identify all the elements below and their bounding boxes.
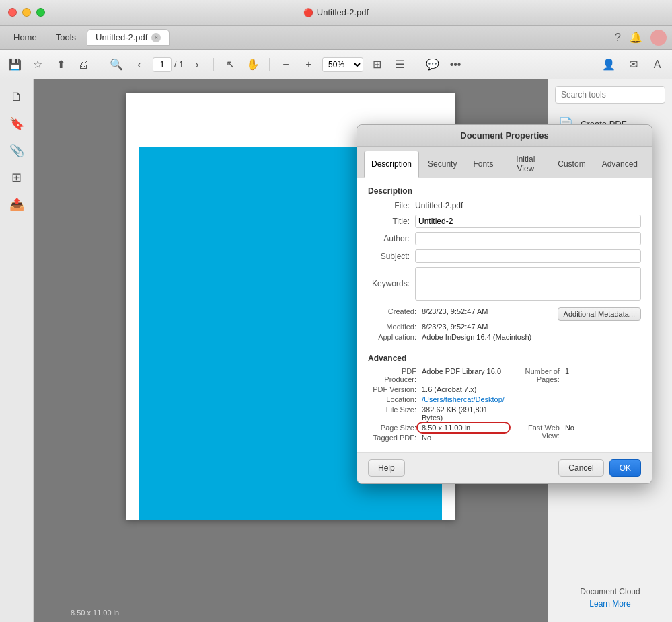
toolbar-separator-4	[416, 58, 416, 71]
metadata-info-section: Created: 8/23/23, 9:52:47 AM Additional …	[368, 307, 641, 341]
dialog-tab-custom[interactable]: Custom	[550, 151, 593, 178]
modified-label: Modified:	[368, 323, 422, 331]
fit-page-button[interactable]: ⊞	[367, 55, 386, 74]
dialog-tab-fonts[interactable]: Fonts	[465, 151, 500, 178]
page-number-input[interactable]	[153, 57, 172, 72]
title-field-label: Title:	[368, 217, 415, 226]
fast-web-view-label: Fast Web View:	[511, 424, 565, 440]
next-page-button[interactable]: ›	[188, 55, 207, 74]
prev-page-button[interactable]: ‹	[130, 55, 149, 74]
left-sidebar: 🗋 🔖 📎 ⊞ 📤	[0, 79, 34, 622]
notification-icon[interactable]: 🔔	[629, 31, 642, 44]
location-row: Location: /Users/fishercat/Desktop/	[368, 395, 505, 403]
tab-document-label: Untitled-2.pdf	[96, 32, 147, 42]
page-size-status: 8.50 x 11.00 in	[71, 609, 119, 617]
page-size-label: Page Size:	[368, 424, 422, 432]
upload-button[interactable]: ⬆	[51, 55, 70, 74]
zoom-in-plus-button[interactable]: +	[299, 55, 318, 74]
pdf-producer-row: PDF Producer: Adobe PDF Library 16.0	[368, 367, 505, 383]
sidebar-export-icon[interactable]: 📤	[6, 194, 28, 215]
keywords-input[interactable]	[415, 267, 641, 301]
hand-tool-button[interactable]: ✋	[244, 55, 262, 74]
zoom-out-minus-button[interactable]: −	[276, 55, 295, 74]
search-tools-input[interactable]	[555, 86, 665, 104]
bookmark-button[interactable]: ☆	[28, 55, 47, 74]
minimize-button[interactable]	[22, 8, 31, 17]
advanced-section-label: Advanced	[368, 354, 641, 363]
location-value: /Users/fishercat/Desktop/	[422, 395, 505, 403]
file-size-value: 382.62 KB (391,801 Bytes)	[422, 405, 505, 422]
tab-document[interactable]: Untitled-2.pdf ×	[87, 29, 170, 46]
pdf-version-label: PDF Version:	[368, 385, 422, 393]
tab-home[interactable]: Home	[5, 30, 45, 45]
created-label: Created:	[368, 307, 422, 315]
application-value: Adobe InDesign 16.4 (Macintosh)	[422, 333, 531, 341]
toolbar-separator-1	[100, 58, 100, 71]
cancel-button[interactable]: Cancel	[558, 459, 603, 477]
subject-input[interactable]	[415, 249, 641, 263]
ok-button[interactable]: OK	[609, 459, 641, 477]
toolbar-right: 👤 ✉ A	[599, 55, 667, 74]
print-button[interactable]: 🖨	[74, 55, 93, 74]
sidebar-attachments-icon[interactable]: 📎	[6, 140, 28, 161]
subject-field-label: Subject:	[368, 251, 415, 261]
help-button[interactable]: Help	[368, 459, 405, 477]
document-cloud-section: Document Cloud Learn More	[548, 580, 672, 615]
window-title: 🔴 Untitled-2.pdf	[303, 7, 369, 17]
dialog-title: Document Properties	[357, 125, 652, 147]
maximize-button[interactable]	[36, 8, 45, 17]
author-field-label: Author:	[368, 234, 415, 243]
sidebar-bookmarks-icon[interactable]: 🔖	[6, 113, 28, 134]
advanced-info: PDF Producer: Adobe PDF Library 16.0 PDF…	[368, 367, 641, 444]
sidebar-pages-icon[interactable]: 🗋	[6, 86, 28, 108]
tab-close-button[interactable]: ×	[151, 33, 161, 42]
toolbar-separator-2	[213, 58, 214, 71]
num-pages-label: Number of Pages:	[511, 367, 565, 383]
sidebar-layers-icon[interactable]: ⊞	[6, 167, 28, 188]
modified-value: 8/23/23, 9:52:47 AM	[422, 323, 488, 331]
mail-button[interactable]: ✉	[624, 55, 642, 74]
pdf-version-value: 1.6 (Acrobat 7.x)	[422, 385, 476, 393]
document-properties-dialog[interactable]: Document Properties Description Security…	[357, 124, 652, 484]
dialog-footer: Help Cancel OK	[357, 452, 652, 483]
select-cursor-button[interactable]: ↖	[221, 55, 239, 74]
location-label: Location:	[368, 395, 422, 403]
application-label: Application:	[368, 333, 422, 341]
dialog-tab-description[interactable]: Description	[364, 151, 419, 178]
author-input[interactable]	[415, 232, 641, 245]
avatar[interactable]	[650, 30, 667, 46]
dialog-tab-initial-view[interactable]: Initial View	[502, 151, 549, 178]
dialog-tabs: Description Security Fonts Initial View …	[357, 147, 652, 178]
pdf-producer-label: PDF Producer:	[368, 367, 422, 383]
help-icon[interactable]: ?	[615, 32, 621, 44]
learn-more-link[interactable]: Learn More	[558, 599, 663, 609]
page-size-value: 8.50 x 11.00 in	[422, 424, 470, 432]
advanced-section: Advanced PDF Producer: Adobe PDF Library…	[368, 348, 641, 444]
zoom-out-button[interactable]: 🔍	[107, 55, 126, 74]
tagged-pdf-row: Tagged PDF: No	[368, 434, 505, 442]
window-controls[interactable]	[8, 8, 45, 17]
file-field-row: File: Untitled-2.pdf	[368, 201, 641, 210]
tab-tools[interactable]: Tools	[48, 30, 84, 45]
page-total: 1	[179, 60, 184, 69]
share-button[interactable]: 👤	[599, 55, 618, 74]
acrobat-account-button[interactable]: A	[648, 55, 667, 74]
dialog-tab-security[interactable]: Security	[420, 151, 464, 178]
zoom-select[interactable]: 50% 75% 100% 125% 150%	[322, 57, 363, 72]
title-input[interactable]	[415, 215, 641, 228]
tagged-pdf-label: Tagged PDF:	[368, 434, 422, 442]
subject-field-row: Subject:	[368, 249, 641, 263]
keywords-field-label: Keywords:	[368, 279, 415, 288]
advanced-right-col: Number of Pages: 1 Fast Web View: No	[511, 367, 641, 444]
dialog-tab-advanced[interactable]: Advanced	[595, 151, 645, 178]
tab-bar: Home Tools Untitled-2.pdf × ? 🔔	[0, 26, 672, 50]
description-section-label: Description	[368, 186, 641, 196]
more-button[interactable]: •••	[446, 55, 465, 74]
additional-metadata-button[interactable]: Additional Metadata...	[558, 307, 641, 321]
pdf-file-icon: 🔴	[303, 8, 313, 17]
close-button[interactable]	[8, 8, 17, 17]
created-value: 8/23/23, 9:52:47 AM	[422, 307, 488, 315]
save-button[interactable]: 💾	[5, 55, 24, 74]
scroll-mode-button[interactable]: ☰	[390, 55, 409, 74]
comment-button[interactable]: 💬	[423, 55, 442, 74]
